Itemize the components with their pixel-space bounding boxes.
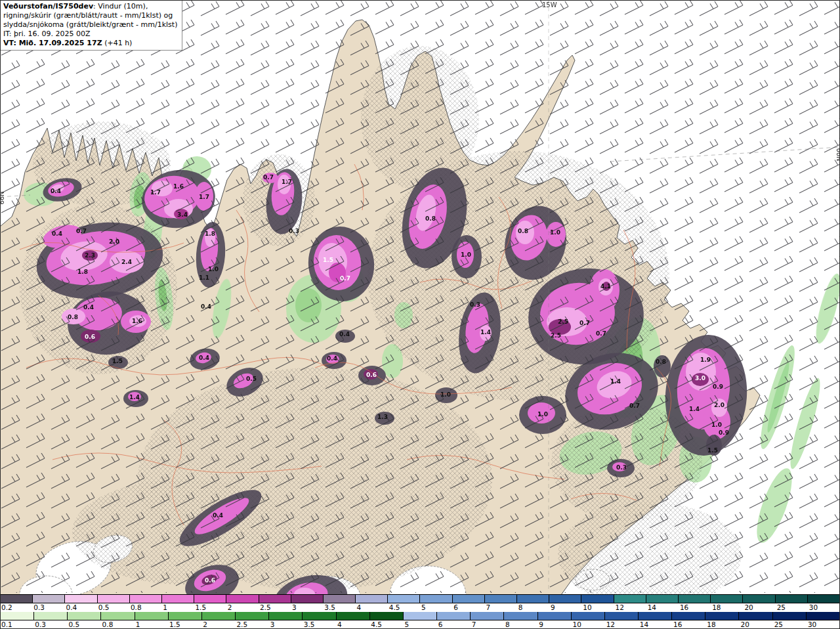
scale-value: 12 [614,603,646,612]
scale-cell [605,612,639,620]
scale-value: 25 [773,620,807,629]
scale-value: 3.5 [323,603,355,612]
scale-cell [65,595,97,603]
scale-value: 5 [403,620,436,629]
scale-value: 2.5 [235,620,268,629]
scale-value: 0.3 [32,603,64,612]
scale-cell [324,595,356,603]
scale-value: 20 [739,620,772,629]
scale-cell [639,612,672,620]
scale-value: 2 [226,603,259,612]
scale-value: 0.5 [97,603,129,612]
scale-cell [672,612,705,620]
scale-cell [646,595,679,603]
parallel-label-right: 66N [835,148,840,161]
scale-cell [773,612,807,620]
scale-value: 9 [537,620,571,629]
scale-value: 16 [672,620,705,629]
scale-cell [739,612,772,620]
scale-cell [98,595,130,603]
scale-value: 9 [549,603,581,612]
scale-cell [1,595,33,603]
scale-cell [679,595,711,603]
scale-cell [538,612,572,620]
info-line-3: slydda/snjókoma (grátt/bleikt/grænt - mm… [3,20,177,30]
scale-cell [614,595,646,603]
scale-value: 10 [571,620,604,629]
scale-value: 3 [291,603,323,612]
scale-cell [202,612,236,620]
scale-cell [337,612,370,620]
scale-cell [236,612,269,620]
scale-value: 0.4 [64,603,96,612]
scale-cell [269,612,303,620]
scale-value: 1.5 [194,603,226,612]
weather-map-page: { "info_box": { "title_bold": "Veðurstof… [0,0,840,629]
rain-scale: 0.10.30.50.811.522.533.544.5567891012141… [0,612,840,629]
snow-scale-bar [0,595,840,603]
parallel-label-left: 66N [0,191,5,204]
scale-value: 0.2 [0,603,32,612]
scale-cell [504,612,537,620]
scale-cell [711,595,743,603]
scale-value: 18 [705,620,739,629]
scale-cell [226,595,259,603]
weather-map [0,0,840,629]
scale-cell [259,595,291,603]
scale-value: 1.5 [168,620,201,629]
scale-value: 0.5 [67,620,100,629]
scale-value: 8 [517,603,549,612]
scale-cell [101,612,135,620]
model-name: Veðurstofan/IS750dev [3,2,93,11]
scale-cell [437,612,471,620]
scale-value: 12 [605,620,639,629]
scale-value: 3 [269,620,303,629]
scale-cell [549,595,581,603]
scale-value: 0.8 [129,603,161,612]
scale-value: 5 [420,603,452,612]
scale-value: 0.8 [101,620,135,629]
scale-value: 4.5 [369,620,403,629]
snow-scale: 0.20.30.40.50.811.522.533.544.5567891012… [0,595,840,612]
scale-cell [420,595,452,603]
scale-value: 16 [679,603,711,612]
scale-value: 6 [452,603,484,612]
scale-cell [33,595,65,603]
scale-value: 2.5 [259,603,291,612]
scale-value: 8 [504,620,537,629]
scale-cell [370,612,404,620]
scale-cell [169,612,202,620]
scale-value: 1 [161,603,194,612]
info-line-2: rigning/skúrir (grænt/blátt/rautt - mm/1… [3,11,177,20]
scale-cell [34,612,68,620]
scale-value: 30 [807,620,840,629]
scale-cell [581,595,614,603]
wind-barbs-layer [0,0,840,593]
scale-cell [68,612,101,620]
scale-cell [194,595,226,603]
scale-cell [162,595,194,603]
scale-value: 7 [485,603,517,612]
scale-value: 18 [711,603,743,612]
scale-value: 0.3 [33,620,67,629]
info-line-1: Veðurstofan/IS750dev: Vindur (10m), [3,2,177,11]
scale-cell [471,612,504,620]
scale-cell [808,595,839,603]
scale-value: 4 [336,620,369,629]
info-line-4: IT: þri. 16. 09. 2025 00Z [3,30,177,39]
scale-cell [1,612,34,620]
scale-cell [453,595,485,603]
scale-value: 0.1 [0,620,33,629]
scale-cell [135,612,169,620]
scale-value: 30 [808,603,840,612]
forecast-info-box: Veðurstofan/IS750dev: Vindur (10m), rign… [0,0,182,51]
scale-cell [130,595,162,603]
scale-value: 4.5 [388,603,420,612]
scale-cell [303,612,336,620]
scale-value: 1 [135,620,168,629]
scale-value: 3.5 [303,620,336,629]
scale-value: 2 [201,620,235,629]
scale-cell [356,595,388,603]
scale-cell [517,595,549,603]
scale-cell [485,595,517,603]
